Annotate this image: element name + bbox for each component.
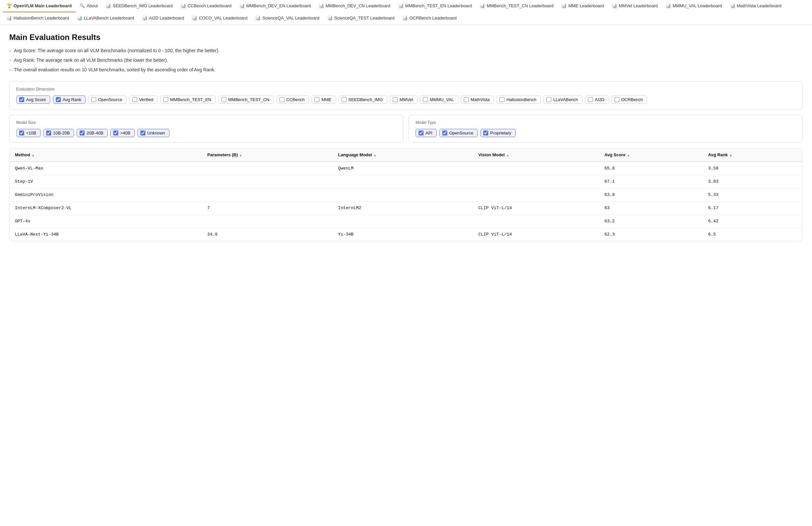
nav-tab-ccbench[interactable]: 📊CCBench Leaderboard bbox=[177, 0, 235, 12]
nav-tab-scienceqa-val[interactable]: 📊ScienceQA_VAL Leaderboard bbox=[251, 12, 323, 25]
table-cell-method: Step-1V bbox=[10, 175, 202, 188]
nav-tabs: 🏆OpenVLM Main Leaderboard🔍About📊SEEDBenc… bbox=[0, 0, 812, 25]
nav-tab-mmbench-test-cn[interactable]: 📊MMBench_TEST_CN Leaderboard bbox=[476, 0, 557, 12]
table-header-parameters[interactable]: Parameters (B)▲ bbox=[202, 148, 333, 161]
eval-checkbox-label-llavabench: LLaVABench bbox=[553, 97, 578, 102]
table-cell-avg-rank: 6.17 bbox=[703, 201, 803, 215]
eval-checkbox-mmbench-test-en[interactable]: MMBench_TEST_EN bbox=[160, 96, 215, 104]
nav-tab-mmbench-test-en[interactable]: 📊MMBench_TEST_EN Leaderboard bbox=[394, 0, 476, 12]
eval-checkbox-input-opensource[interactable] bbox=[91, 97, 96, 102]
eval-checkbox-input-llavabench[interactable] bbox=[547, 97, 551, 102]
table-cell-avg-score: 63.2 bbox=[599, 215, 703, 228]
eval-checkbox-avg-score[interactable]: Avg Score bbox=[16, 96, 50, 104]
eval-checkbox-input-mmbench-test-cn[interactable] bbox=[221, 97, 226, 102]
eval-dimension-checkboxes: Avg ScoreAvg RankOpenSourceVerifiedMMBen… bbox=[16, 96, 796, 104]
tab-icon-llavabench: 📊 bbox=[77, 15, 82, 20]
table-cell-parameters bbox=[202, 215, 333, 228]
nav-tab-llavabench[interactable]: 📊LLaVABench Leaderboard bbox=[73, 12, 138, 25]
tab-icon-scienceqa-val: 📊 bbox=[255, 15, 261, 20]
results-table: Method▲Parameters (B)▲Language Model▲Vis… bbox=[10, 148, 802, 241]
eval-checkbox-label-ai2d: AI2D bbox=[595, 97, 605, 102]
table-header-avg-score[interactable]: Avg Score▲ bbox=[599, 148, 703, 161]
eval-checkbox-input-hallusionbench[interactable] bbox=[499, 97, 505, 102]
table-cell-vision-model bbox=[473, 188, 599, 201]
nav-tab-seedbench-img[interactable]: 📊SEEDBench_IMG Leaderboard bbox=[102, 0, 176, 12]
nav-tab-ai2d[interactable]: 📊AI2D Leaderboard bbox=[138, 12, 188, 25]
tab-label-hallusionbench: HallusionBench Leaderboard bbox=[14, 15, 69, 20]
eval-checkbox-input-seedbench-img[interactable] bbox=[342, 97, 347, 102]
header-label-avg-score: Avg Score bbox=[605, 152, 626, 157]
eval-checkbox-seedbench-img[interactable]: SEEDBench_IMG bbox=[338, 96, 387, 104]
eval-checkbox-mmvet[interactable]: MMVet bbox=[390, 96, 417, 104]
size-checkbox-input-10b-20b[interactable] bbox=[46, 130, 51, 136]
eval-checkbox-verified[interactable]: Verified bbox=[129, 96, 158, 104]
size-checkbox-input-20b-40b[interactable] bbox=[79, 130, 85, 136]
size-checkbox-input-unknown[interactable] bbox=[141, 130, 145, 136]
size-checkbox-10b-20b[interactable]: 10B-20B bbox=[43, 129, 74, 137]
eval-checkbox-input-verified[interactable] bbox=[132, 97, 137, 102]
nav-tab-ocrbench[interactable]: 📊OCRBench Leaderboard bbox=[398, 12, 461, 25]
eval-checkbox-mme[interactable]: MME bbox=[311, 96, 336, 104]
tab-icon-mmbench-dev-en: 📊 bbox=[240, 3, 245, 8]
tab-icon-scienceqa-test: 📊 bbox=[328, 15, 333, 20]
eval-checkbox-input-ai2d[interactable] bbox=[588, 97, 593, 102]
eval-checkbox-input-mmmu-val[interactable] bbox=[423, 97, 428, 102]
nav-tab-mmbench-dev-en[interactable]: 📊MMBench_DEV_EN Leaderboard bbox=[235, 0, 315, 12]
nav-tab-mmmu-val[interactable]: 📊MMMU_VAL Leaderboard bbox=[662, 0, 726, 12]
table-header-vision-model[interactable]: Vision Model▲ bbox=[473, 148, 599, 161]
table-cell-parameters: 34.8 bbox=[202, 228, 333, 241]
type-checkbox-api[interactable]: API bbox=[416, 129, 437, 137]
size-checkbox-label-gt40b: >40B bbox=[120, 130, 130, 136]
eval-checkbox-ocrbench[interactable]: OCRBench bbox=[611, 96, 648, 104]
size-checkbox-gt40b[interactable]: >40B bbox=[110, 129, 135, 137]
size-checkbox-unknown[interactable]: Unknown bbox=[137, 129, 170, 137]
eval-checkbox-mmbench-test-cn[interactable]: MMBench_TEST_CN bbox=[218, 96, 274, 104]
eval-checkbox-opensource[interactable]: OpenSource bbox=[88, 96, 127, 104]
eval-checkbox-llavabench[interactable]: LLaVABench bbox=[543, 96, 582, 104]
eval-checkbox-mathvista[interactable]: MathVista bbox=[461, 96, 494, 104]
type-checkbox-input-opensource[interactable] bbox=[443, 130, 447, 136]
model-type-label: Model Type bbox=[416, 120, 796, 125]
eval-checkbox-input-avg-score[interactable] bbox=[19, 97, 24, 102]
type-checkbox-input-proprietary[interactable] bbox=[483, 130, 488, 136]
table-cell-vision-model bbox=[473, 215, 599, 228]
table-cell-method: InternLM-XComposer2-VL bbox=[10, 201, 202, 215]
eval-checkbox-avg-rank[interactable]: Avg Rank bbox=[53, 96, 86, 104]
eval-checkbox-input-avg-rank[interactable] bbox=[56, 97, 61, 102]
eval-checkbox-input-mme[interactable] bbox=[315, 97, 319, 102]
size-checkbox-lt10b[interactable]: <10B bbox=[16, 129, 41, 137]
eval-checkbox-input-mathvista[interactable] bbox=[464, 97, 469, 102]
nav-tab-mathvista[interactable]: 📊MathVista Leaderboard bbox=[726, 0, 786, 12]
eval-checkbox-label-mme: MME bbox=[321, 97, 331, 102]
table-header-avg-rank[interactable]: Avg Rank▲ bbox=[703, 148, 803, 161]
header-label-method: Method bbox=[15, 152, 30, 157]
nav-tab-about[interactable]: 🔍About bbox=[76, 0, 102, 12]
eval-checkbox-hallusionbench[interactable]: HallusionBench bbox=[496, 96, 540, 104]
nav-tab-main-leaderboard[interactable]: 🏆OpenVLM Main Leaderboard bbox=[3, 0, 76, 12]
size-checkbox-input-gt40b[interactable] bbox=[113, 130, 118, 136]
type-checkbox-input-api[interactable] bbox=[419, 130, 423, 136]
eval-checkbox-input-mmvet[interactable] bbox=[393, 97, 398, 102]
table-row: InternLM-XComposer2-VL7InternLM2CLIP ViT… bbox=[10, 201, 802, 215]
nav-tab-mmbench-dev-cn[interactable]: 📊MMBench_DEV_CN Leaderboard bbox=[315, 0, 394, 12]
table-row: GeminiProVision63.85.33 bbox=[10, 188, 802, 201]
eval-checkbox-mmmu-val[interactable]: MMMU_VAL bbox=[420, 96, 458, 104]
type-checkbox-opensource[interactable]: OpenSource bbox=[439, 129, 478, 137]
eval-checkbox-label-mmbench-test-cn: MMBench_TEST_CN bbox=[228, 97, 270, 102]
header-label-parameters: Parameters (B) bbox=[207, 152, 238, 157]
type-checkbox-proprietary[interactable]: Proprietary bbox=[480, 129, 516, 137]
eval-checkbox-input-ocrbench[interactable] bbox=[614, 97, 620, 102]
nav-tab-scienceqa-test[interactable]: 📊ScienceQA_TEST Leaderboard bbox=[323, 12, 399, 25]
eval-checkbox-input-ccbench[interactable] bbox=[279, 97, 285, 102]
eval-checkbox-ai2d[interactable]: AI2D bbox=[585, 96, 609, 104]
nav-tab-coco-val[interactable]: 📊COCO_VAL Leaderboard bbox=[188, 12, 251, 25]
size-checkbox-input-lt10b[interactable] bbox=[19, 130, 24, 136]
nav-tab-mmvet[interactable]: 📊MMVet Leaderboard bbox=[608, 0, 662, 12]
table-header-method[interactable]: Method▲ bbox=[10, 148, 202, 161]
table-header-language-model[interactable]: Language Model▲ bbox=[333, 148, 473, 161]
size-checkbox-20b-40b[interactable]: 20B-40B bbox=[77, 129, 108, 137]
nav-tab-hallusionbench[interactable]: 📊HallusionBench Leaderboard bbox=[3, 12, 73, 25]
eval-checkbox-ccbench[interactable]: CCBench bbox=[276, 96, 309, 104]
eval-checkbox-input-mmbench-test-en[interactable] bbox=[163, 97, 168, 102]
nav-tab-mme[interactable]: 📊MME Leaderboard bbox=[557, 0, 608, 12]
